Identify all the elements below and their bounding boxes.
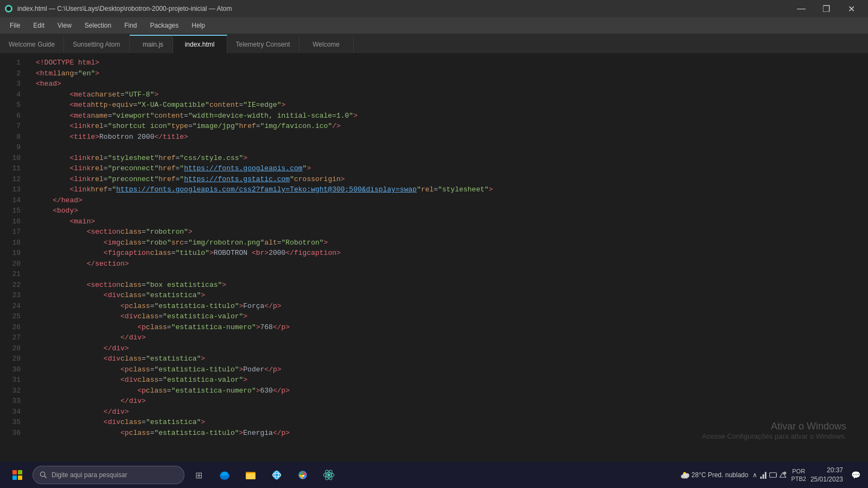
code-line-6: <meta name="viewport" content="width=dev… [27, 111, 868, 121]
code-line-27: </div> [27, 332, 868, 343]
code-editor[interactable]: <!DOCTYPE html> <html lang="en"> <head> … [27, 53, 868, 473]
code-line-21 [27, 269, 868, 280]
ie-button[interactable] [265, 463, 289, 487]
edge-button[interactable] [213, 463, 237, 487]
svg-point-1 [7, 7, 11, 11]
code-line-1: <!DOCTYPE html> [27, 57, 868, 68]
code-line-18: <img class="robo" src="img/robotron.png"… [27, 237, 868, 248]
language-variant: PTB2 [791, 475, 806, 483]
start-button[interactable] [4, 462, 30, 488]
minimize-button[interactable]: — [789, 0, 814, 17]
menu-file[interactable]: File [4, 20, 25, 31]
window-controls[interactable]: — ❐ ✕ [789, 0, 864, 17]
app-icon [4, 4, 13, 13]
code-line-5: <meta http-equiv="X-UA-Compatible" conte… [27, 100, 868, 111]
code-line-24: <p class="estatistica-titulo">Força</p> [27, 301, 868, 312]
code-line-9 [27, 142, 868, 153]
language-code: POR [791, 467, 806, 475]
menu-selection[interactable]: Selection [79, 20, 117, 31]
code-line-34: </div> [27, 407, 868, 418]
weather-text: 28°C Pred. nublado [692, 471, 749, 479]
weather-widget[interactable]: 28°C Pred. nublado [680, 470, 749, 480]
code-line-15: <body> [27, 206, 868, 216]
close-button[interactable]: ✕ [839, 0, 864, 17]
code-line-17: <section class="robotron"> [27, 227, 868, 237]
search-placeholder: Digite aqui para pesquisar [52, 471, 127, 479]
tab-telemetry-consent[interactable]: Telemetry Consent [227, 36, 299, 53]
code-line-30: <p class="estatistica-titulo">Poder</p> [27, 364, 868, 375]
taskbar-search[interactable]: Digite aqui para pesquisar [33, 466, 184, 484]
tab-main-js[interactable]: main.js [130, 35, 173, 53]
code-line-22: <section class="box estatisticas"> [27, 280, 868, 291]
language-indicator[interactable]: POR PTB2 [791, 467, 806, 483]
code-line-23: <div class="estatistica"> [27, 290, 868, 301]
menu-edit[interactable]: Edit [28, 20, 50, 31]
svg-rect-4 [12, 476, 17, 480]
menu-packages[interactable]: Packages [145, 20, 184, 31]
code-line-7: <link rel="shortcut icon" type="image/jp… [27, 121, 868, 132]
taskbar: Digite aqui para pesquisar ⊞ [0, 462, 868, 488]
code-line-35: <div class="estatistica"> [27, 417, 868, 428]
code-line-36: <p class="estatistica-titulo">Energia</p… [27, 428, 868, 439]
svg-rect-27 [765, 472, 767, 479]
svg-rect-2 [12, 470, 17, 474]
title-bar: index.html — C:\Users\Lays\Desktop\robot… [0, 0, 868, 17]
code-line-13: <link href="https://fonts.googleapis.com… [27, 184, 868, 195]
svg-point-6 [40, 472, 44, 476]
code-line-29: <div class="estatistica"> [27, 354, 868, 364]
tray-up-arrow[interactable]: ∧ [752, 471, 757, 479]
tab-welcome-guide[interactable]: Welcome Guide [0, 36, 64, 53]
svg-rect-28 [770, 473, 777, 477]
code-line-20: </section> [27, 259, 868, 269]
time-display: 20:37 [810, 466, 843, 475]
taskbar-right: 28°C Pred. nublado ∧ POR PTB2 20:37 25/0… [680, 463, 864, 487]
svg-point-11 [272, 471, 280, 479]
code-line-3: <head> [27, 79, 868, 89]
taskview-button[interactable]: ⊞ [187, 463, 210, 487]
title-bar-left: index.html — C:\Users\Lays\Desktop\robot… [4, 4, 232, 13]
tab-bar: Welcome Guide Sunsetting Atom main.js in… [0, 34, 868, 53]
svg-rect-26 [763, 474, 764, 479]
code-line-32: <p class="estatistica-numero">630</p> [27, 386, 868, 396]
svg-point-31 [783, 472, 787, 475]
code-line-2: <html lang="en"> [27, 68, 868, 79]
code-line-10: <link rel="stylesheet" href="css/style.c… [27, 153, 868, 164]
menu-view[interactable]: View [52, 20, 77, 31]
svg-point-16 [327, 473, 330, 477]
atom-button[interactable] [317, 463, 341, 487]
svg-rect-29 [776, 474, 777, 477]
notification-button[interactable]: 💬 [847, 463, 864, 487]
tab-welcome[interactable]: Welcome [299, 36, 354, 53]
menu-find[interactable]: Find [119, 20, 142, 31]
svg-line-7 [44, 476, 47, 478]
code-line-14: </head> [27, 195, 868, 206]
svg-rect-5 [18, 476, 22, 480]
svg-rect-24 [682, 477, 687, 479]
svg-rect-10 [246, 473, 256, 479]
code-line-12: <link rel="preconnect" href="https://fon… [27, 174, 868, 185]
code-line-26: <p class="estatistica-numero">768</p> [27, 322, 868, 333]
date-display: 25/01/2023 [810, 475, 843, 484]
code-line-11: <link rel="preconnect" href="https://fon… [27, 163, 868, 174]
code-line-31: <div class="estatistica-valor"> [27, 375, 868, 386]
explorer-button[interactable] [239, 463, 263, 487]
chrome-button[interactable] [291, 463, 315, 487]
code-line-25: <div class="estatistica-valor"> [27, 311, 868, 322]
code-line-28: </div> [27, 343, 868, 354]
svg-rect-25 [761, 477, 762, 479]
maximize-button[interactable]: ❐ [814, 0, 839, 17]
system-tray[interactable]: ∧ [752, 471, 787, 479]
code-line-16: <main> [27, 216, 868, 227]
clock[interactable]: 20:37 25/01/2023 [810, 466, 843, 484]
taskbar-left: Digite aqui para pesquisar ⊞ [4, 462, 341, 488]
code-line-4: <meta charset="UTF-8"> [27, 89, 868, 100]
line-numbers: 12345 678910 1112131415 1617181920 21222… [0, 53, 27, 473]
editor-area: 12345 678910 1112131415 1617181920 21222… [0, 53, 868, 473]
tab-sunsetting-atom[interactable]: Sunsetting Atom [64, 36, 129, 53]
menu-bar: File Edit View Selection Find Packages H… [0, 17, 868, 34]
code-line-33: </div> [27, 396, 868, 407]
menu-help[interactable]: Help [186, 20, 210, 31]
tab-index-html[interactable]: index.html [173, 35, 227, 53]
svg-rect-3 [18, 470, 22, 474]
code-line-8: <title>Robotron 2000</title> [27, 132, 868, 143]
